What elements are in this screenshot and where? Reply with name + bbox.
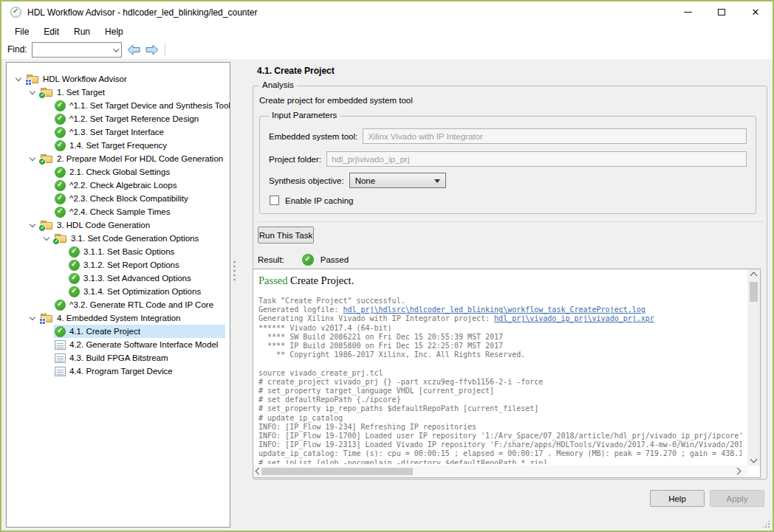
log-text: # set defaultRepoPath {./ipcore} bbox=[258, 395, 401, 404]
log-line: # set ipList [glob -nocomplain -director… bbox=[258, 459, 742, 464]
tree-item[interactable]: 2. Prepare Model For HDL Code Generation bbox=[7, 152, 230, 165]
tree-item[interactable]: 3. HDL Code Generation bbox=[7, 218, 230, 232]
tree-item[interactable]: 3.1.1. Set Basic Options bbox=[7, 245, 230, 258]
log-text: # create_project vivado_prj {} -part xcz… bbox=[258, 378, 543, 386]
log-text: ****** Vivado v2017.4 (64-bit) bbox=[258, 324, 392, 332]
chevron-down-icon[interactable] bbox=[27, 86, 40, 99]
chevron-spacer bbox=[41, 192, 54, 205]
scroll-down-icon[interactable] bbox=[750, 456, 758, 463]
result-label: Result: bbox=[258, 255, 284, 264]
tree-item[interactable]: HDL Workflow Advisor bbox=[7, 72, 230, 86]
horizontal-separator bbox=[256, 221, 764, 222]
task-report-icon bbox=[55, 367, 66, 376]
log-link[interactable]: hdl_prj\hdlsrc\hdlcoder_led_blinking\wor… bbox=[343, 305, 645, 314]
chevron-down-icon[interactable] bbox=[41, 232, 54, 245]
menu-run[interactable]: Run bbox=[66, 27, 97, 37]
log-link[interactable]: hdl_prj\vivado_ip_prj\vivado_prj.xpr bbox=[494, 314, 654, 322]
tree-item-label: 4.4. Program Target Device bbox=[69, 367, 173, 376]
synthesis-objective-label: Synthesis objective: bbox=[269, 176, 344, 185]
workflow-folder-passed-icon bbox=[55, 233, 67, 243]
find-input[interactable] bbox=[35, 44, 106, 56]
passed-check-icon bbox=[55, 167, 66, 178]
log-text: ** Copyright 1986-2017 Xilinx, Inc. All … bbox=[258, 350, 525, 359]
log-line: Generated logfile: hdl_prj\hdlsrc\hdlcod… bbox=[258, 305, 742, 314]
chevron-spacer bbox=[41, 125, 54, 139]
minimize-button[interactable] bbox=[671, 1, 705, 23]
log-text: update_ip_catalog: Time (s): cpu = 00:00… bbox=[258, 449, 742, 457]
project-folder-label: Project folder: bbox=[269, 155, 321, 164]
chevron-spacer bbox=[41, 179, 54, 192]
tree-item[interactable]: ^2.3. Check Block Compatibility bbox=[7, 192, 230, 205]
find-next-button[interactable] bbox=[145, 44, 159, 55]
log-line: Generating Xilinx Vivado with IP Integra… bbox=[258, 314, 742, 323]
close-button[interactable]: ✕ bbox=[739, 1, 773, 23]
apply-button[interactable]: Apply bbox=[710, 490, 764, 507]
log-line: # set_property ip_repo_paths $defaultRep… bbox=[258, 404, 742, 413]
horizontal-scrollbar-thumb[interactable] bbox=[261, 468, 413, 475]
tree-item[interactable]: ^2.4. Check Sample Times bbox=[7, 205, 230, 218]
arrow-right-icon bbox=[146, 45, 158, 55]
log-lines: Task "Create Project" successful.Generat… bbox=[258, 297, 742, 464]
analysis-legend: Analysis bbox=[259, 80, 297, 89]
menu-edit[interactable]: Edit bbox=[36, 27, 66, 37]
tree-item[interactable]: 3.1.4. Set Optimization Options bbox=[7, 285, 230, 298]
log-line: Task "Create Project" successful. bbox=[258, 297, 742, 305]
synthesis-objective-select[interactable]: None bbox=[349, 173, 446, 188]
tree-item-label: 3.1.1. Set Basic Options bbox=[83, 247, 174, 256]
maximize-button[interactable] bbox=[705, 1, 739, 23]
close-icon: ✕ bbox=[752, 7, 760, 17]
tree-item-label: 3. HDL Code Generation bbox=[57, 221, 150, 229]
menu-help[interactable]: Help bbox=[97, 27, 131, 37]
menubar: File Edit Run Help bbox=[1, 23, 773, 40]
tree-item[interactable]: 3.1.3. Set Advanced Options bbox=[7, 272, 230, 285]
run-this-task-button[interactable]: Run This Task bbox=[258, 227, 314, 243]
tree-item[interactable]: ^1.2. Set Target Reference Design bbox=[7, 112, 230, 125]
synthesis-objective-value: None bbox=[355, 176, 376, 185]
task-description: Create project for embedded system tool bbox=[259, 96, 413, 105]
chevron-spacer bbox=[41, 165, 54, 179]
tree-item[interactable]: 1.4. Set Target Frequency bbox=[7, 139, 230, 152]
passed-check-icon bbox=[55, 300, 66, 311]
tree-item[interactable]: 1. Set Target bbox=[7, 86, 230, 99]
project-folder-field: hdl_prj\vivado_ip_prj bbox=[326, 151, 747, 167]
vertical-scrollbar[interactable] bbox=[747, 269, 760, 466]
passed-check-icon bbox=[55, 114, 66, 125]
arrow-left-icon bbox=[128, 45, 140, 55]
input-parameters-groupbox: Input Parameters Embedded system tool: X… bbox=[259, 116, 756, 214]
tree-item[interactable]: ^1.1. Set Target Device and Synthesis To… bbox=[7, 99, 230, 112]
chevron-down-icon[interactable] bbox=[27, 218, 40, 232]
tree-item[interactable]: 4.3. Build FPGA Bitstream bbox=[7, 351, 230, 365]
tree-item-label: 4.2. Generate Software Interface Model bbox=[69, 340, 218, 349]
tree-item[interactable]: ^3.2. Generate RTL Code and IP Core bbox=[7, 298, 230, 311]
chevron-down-icon[interactable] bbox=[13, 72, 26, 86]
find-previous-button[interactable] bbox=[127, 44, 141, 55]
scroll-right-icon[interactable] bbox=[734, 468, 742, 475]
tree-item[interactable]: ^2.2. Check Algebraic Loops bbox=[7, 179, 230, 192]
menu-file[interactable]: File bbox=[7, 27, 36, 37]
chevron-down-icon[interactable] bbox=[113, 46, 119, 52]
scroll-up-icon[interactable] bbox=[750, 272, 758, 280]
tree-item[interactable]: 2.1. Check Global Settings bbox=[7, 165, 230, 179]
chevron-down-icon[interactable] bbox=[27, 311, 40, 325]
horizontal-scrollbar[interactable] bbox=[253, 466, 747, 477]
log-line bbox=[258, 359, 742, 368]
tree-item-label: 3.1.3. Set Advanced Options bbox=[83, 274, 191, 283]
enable-ip-caching-checkbox[interactable] bbox=[270, 196, 279, 205]
log-text: **** IP Build 2085800 on Fri Dec 15 22:2… bbox=[258, 342, 503, 350]
log-text: **** SW Build 2086221 on Fri Dec 15 20:5… bbox=[258, 333, 503, 341]
tree-item[interactable]: 4.1. Create Project bbox=[7, 325, 230, 338]
chevron-down-icon[interactable] bbox=[27, 152, 40, 165]
tree-item[interactable]: 4. Embedded System Integration bbox=[7, 311, 230, 325]
log-text: # set_property ip_repo_paths $defaultRep… bbox=[258, 404, 538, 412]
vertical-scrollbar-thumb[interactable] bbox=[750, 282, 758, 302]
tree-item[interactable]: 3.1. Set Code Generation Options bbox=[7, 232, 230, 245]
tree-item[interactable]: 4.4. Program Target Device bbox=[7, 365, 230, 378]
tree-item[interactable]: 3.1.2. Set Report Options bbox=[7, 258, 230, 272]
tree-item[interactable]: 4.2. Generate Software Interface Model bbox=[7, 338, 230, 351]
workflow-folder-passed-icon bbox=[41, 220, 53, 230]
tree-item[interactable]: ^1.3. Set Target Interface bbox=[7, 125, 230, 139]
help-button[interactable]: Help bbox=[650, 490, 705, 507]
tree-item-label: 1.4. Set Target Frequency bbox=[69, 141, 167, 150]
panel-splitter-handle[interactable] bbox=[233, 260, 236, 283]
tree-item-label: ^1.3. Set Target Interface bbox=[69, 128, 164, 137]
